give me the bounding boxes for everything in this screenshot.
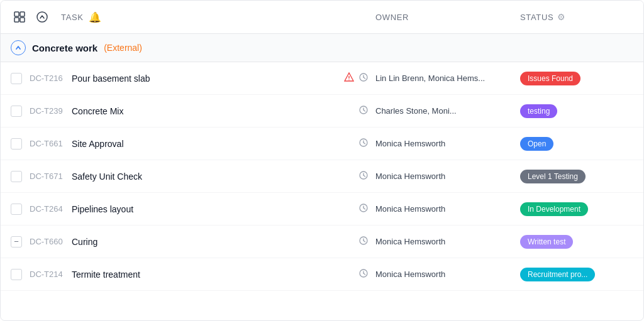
table-row: DC-T264Pipelines layout Monica Hemsworth… [1,193,643,226]
timer-icon[interactable] [359,269,368,280]
checkbox[interactable] [11,171,22,182]
table-row: DC-T214Termite treatment Monica Hemswort… [1,258,643,291]
status-column-header: STATUS ⚙ [520,12,633,22]
task-owner: Monica Hemsworth [375,139,520,148]
status-badge[interactable]: Written test [520,235,573,249]
task-icons [344,72,368,84]
task-status: Written test [520,235,633,249]
timer-icon[interactable] [359,236,368,247]
checkbox[interactable] [11,106,22,117]
svg-line-15 [364,143,365,144]
group-header: Concrete work (External) [1,34,643,62]
checkbox[interactable] [11,138,22,150]
header-icons [11,8,51,26]
bell-icon[interactable]: 🔔 [89,11,101,23]
task-icons [359,204,368,214]
task-name[interactable]: Site Approval [72,139,359,149]
task-name[interactable]: Curing [72,237,359,247]
task-icons [359,171,368,182]
table-row: DC-T671Safety Unit Check Monica Hemswort… [1,160,643,193]
timer-icon[interactable] [359,171,368,182]
timer-icon[interactable] [359,106,368,116]
task-name[interactable]: Termite treatment [72,269,359,280]
task-status: Issues Found [520,72,633,85]
task-name[interactable]: Safety Unit Check [72,171,359,182]
task-owner: Monica Hemsworth [375,171,520,181]
svg-rect-2 [14,18,19,22]
group-subtitle: (External) [104,43,142,53]
checkbox[interactable] [11,73,22,84]
task-icons [359,236,368,247]
checkbox[interactable] [11,204,22,215]
timer-icon[interactable] [359,138,368,149]
svg-line-27 [364,273,365,275]
table-icon[interactable] [11,8,28,26]
task-status: Recruitment pro... [520,268,633,281]
gear-icon[interactable]: ⚙ [557,12,566,22]
task-icons [359,269,368,280]
svg-line-21 [364,208,365,209]
table-row: DC-T239Concrete Mix Charles Stone, Moni.… [1,95,643,128]
table-row: DC-T661Site Approval Monica HemsworthOpe… [1,128,643,160]
task-id: DC-T216 [30,73,64,83]
task-owner: Monica Hemsworth [375,204,520,214]
task-id: DC-T671 [30,171,64,181]
status-badge[interactable]: Issues Found [520,72,580,85]
task-owner: Charles Stone, Moni... [375,106,520,116]
task-status: Open [520,137,633,151]
status-badge[interactable]: Open [520,137,553,151]
checkbox[interactable] [11,269,22,280]
timer-icon[interactable] [359,73,368,84]
svg-rect-1 [20,12,25,16]
task-id: DC-T239 [30,106,64,116]
task-label: TASK [61,13,84,22]
task-name[interactable]: Pour basement slab [72,73,344,84]
svg-line-18 [364,175,365,177]
svg-line-9 [364,77,365,79]
task-name[interactable]: Pipelines layout [72,204,359,214]
group-collapse-button[interactable] [11,40,26,55]
svg-rect-3 [20,18,25,22]
task-owner: Lin Lin Brenn, Monica Hems... [375,73,520,83]
svg-line-12 [364,110,365,111]
table-row: DC-T216Pour basement slab Lin Lin Brenn,… [1,62,643,95]
checkbox[interactable]: − [11,236,22,248]
warning-icon[interactable] [344,72,354,84]
task-icons [359,138,368,149]
table-row: −DC-T660Curing Monica HemsworthWritten t… [1,226,643,258]
status-badge[interactable]: Level 1 Testing [520,170,586,183]
task-owner: Monica Hemsworth [375,237,520,246]
task-id: DC-T264 [30,204,64,214]
task-status: testing [520,104,633,118]
chevron-up-icon[interactable] [33,8,51,26]
task-owner: Monica Hemsworth [375,269,520,279]
task-status: Level 1 Testing [520,170,633,183]
owner-column-header: OWNER [375,13,520,22]
task-list: DC-T216Pour basement slab Lin Lin Brenn,… [1,62,643,291]
status-badge[interactable]: Recruitment pro... [520,268,595,281]
table-header: TASK 🔔 OWNER STATUS ⚙ [1,1,643,34]
svg-point-6 [348,79,349,80]
task-id: DC-T660 [30,237,64,246]
task-id: DC-T661 [30,139,64,148]
task-column-header: TASK 🔔 [61,11,375,23]
group-title: Concrete work [32,43,97,53]
task-name[interactable]: Concrete Mix [72,106,359,116]
status-badge[interactable]: testing [520,104,557,118]
task-icons [359,106,368,116]
task-status: In Development [520,202,633,216]
svg-point-4 [37,12,47,22]
svg-rect-0 [14,12,19,16]
status-badge[interactable]: In Development [520,202,588,216]
timer-icon[interactable] [359,204,368,214]
task-id: DC-T214 [30,269,64,279]
svg-line-24 [364,241,365,242]
